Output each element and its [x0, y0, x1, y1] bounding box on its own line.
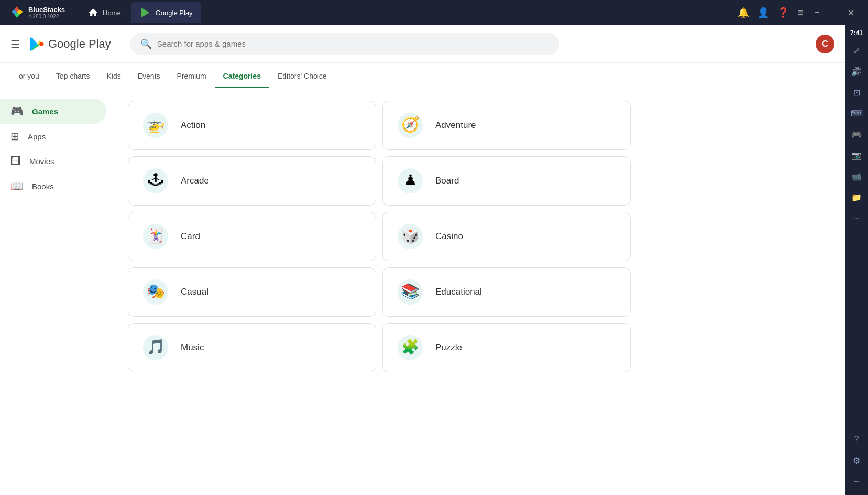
help-icon[interactable]: ❓: [777, 7, 789, 18]
minimize-button[interactable]: −: [811, 7, 822, 19]
categories-grid: 🚁 Action 🧭 Adventure 🕹 Arcade: [128, 101, 631, 372]
svg-text:🧩: 🧩: [401, 338, 420, 356]
adventure-icon: 🧭: [395, 111, 425, 140]
casino-icon: 🎲: [395, 222, 425, 251]
close-button[interactable]: ✕: [844, 7, 858, 19]
sidebar-item-books-label: Books: [32, 182, 54, 191]
search-input[interactable]: [157, 39, 549, 48]
apps-icon: ⊞: [10, 130, 19, 143]
puzzle-icon: 🧩: [395, 333, 425, 362]
google-play-logo: Google Play: [28, 36, 111, 52]
puzzle-label: Puzzle: [435, 342, 462, 353]
left-sidebar: 🎮 Games ⊞ Apps 🎞 Movies 📖 Books: [0, 90, 115, 495]
category-action[interactable]: 🚁 Action: [128, 101, 376, 150]
google-play-tab-icon: [140, 7, 151, 18]
category-card[interactable]: 🃏 Card: [128, 212, 376, 261]
settings-menu-icon[interactable]: ≡: [797, 7, 803, 18]
category-board[interactable]: ♟ Board: [382, 156, 631, 206]
category-educational[interactable]: 📚 Educational: [382, 267, 631, 317]
tab-premium[interactable]: Premium: [169, 66, 215, 88]
tab-for-you[interactable]: or you: [10, 66, 48, 88]
tab-google-play[interactable]: Google Play: [131, 2, 201, 23]
adventure-label: Adventure: [435, 120, 476, 131]
help-button[interactable]: ?: [847, 430, 866, 449]
account-icon[interactable]: 👤: [757, 7, 769, 18]
google-play-logo-text: Google Play: [48, 37, 111, 51]
sidebar-item-apps-label: Apps: [28, 132, 46, 141]
svg-text:🚁: 🚁: [147, 116, 165, 133]
games-icon: 🎮: [10, 105, 24, 117]
arcade-label: Arcade: [181, 176, 209, 186]
svg-text:♟: ♟: [404, 172, 417, 188]
casino-label: Casino: [435, 231, 463, 242]
tab-top-charts[interactable]: Top charts: [48, 66, 98, 88]
right-sidebar: 7:41 ⤢ 🔊 ⊡ ⌨ 🎮 📷 📹 📁 ··· ? ⚙ ←: [845, 25, 868, 495]
tab-kids[interactable]: Kids: [98, 66, 129, 88]
tab-events[interactable]: Events: [129, 66, 169, 88]
educational-label: Educational: [435, 287, 482, 297]
video-button[interactable]: 📹: [847, 167, 866, 186]
google-play-header: ☰ Google Play 🔍 C: [0, 25, 845, 63]
educational-icon: 📚: [395, 277, 425, 307]
tab-google-play-label: Google Play: [156, 9, 193, 17]
movies-icon: 🎞: [10, 155, 21, 167]
content-area: 🎮 Games ⊞ Apps 🎞 Movies 📖 Books 🚁: [0, 90, 845, 495]
categories-content: 🚁 Action 🧭 Adventure 🕹 Arcade: [115, 90, 845, 495]
music-label: Music: [181, 342, 204, 353]
category-arcade[interactable]: 🕹 Arcade: [128, 156, 376, 206]
svg-text:🎲: 🎲: [401, 227, 420, 244]
casual-label: Casual: [181, 287, 208, 297]
svg-text:📚: 📚: [401, 283, 420, 300]
google-play-logo-icon: [28, 36, 45, 52]
casual-icon: 🎭: [141, 277, 170, 307]
tab-categories[interactable]: Categories: [215, 66, 269, 88]
category-casual[interactable]: 🎭 Casual: [128, 267, 376, 317]
gamepad-button[interactable]: 🎮: [847, 125, 866, 144]
screenshot-button[interactable]: 📷: [847, 146, 866, 165]
category-casino[interactable]: 🎲 Casino: [382, 212, 631, 261]
notification-icon[interactable]: 🔔: [738, 7, 749, 18]
more-button[interactable]: ···: [847, 209, 866, 228]
window-buttons: − □ ✕: [811, 7, 858, 19]
sidebar-item-games[interactable]: 🎮 Games: [0, 99, 106, 124]
svg-text:🕹: 🕹: [148, 172, 163, 188]
system-time: 7:41: [850, 29, 863, 37]
sidebar-item-games-label: Games: [32, 107, 58, 116]
tab-editors-choice[interactable]: Editors' Choice: [269, 66, 335, 88]
search-icon: 🔍: [140, 38, 152, 50]
volume-button[interactable]: 🔊: [847, 62, 866, 81]
home-tab-icon: [88, 7, 98, 18]
card-icon: 🃏: [141, 222, 170, 251]
expand-button[interactable]: ⤢: [847, 41, 866, 60]
action-icon: 🚁: [141, 111, 170, 140]
keyboard-button[interactable]: ⌨: [847, 104, 866, 123]
title-bar-actions: 🔔 👤 ❓ ≡ − □ ✕: [738, 7, 864, 19]
arcade-icon: 🕹: [141, 166, 170, 196]
tab-home-label: Home: [103, 9, 121, 17]
svg-text:🧭: 🧭: [401, 116, 420, 133]
category-adventure[interactable]: 🧭 Adventure: [382, 101, 631, 150]
sidebar-item-movies[interactable]: 🎞 Movies: [0, 149, 106, 174]
tab-home[interactable]: Home: [80, 2, 129, 23]
user-avatar[interactable]: C: [816, 35, 834, 53]
sidebar-item-movies-label: Movies: [29, 157, 54, 166]
maximize-button[interactable]: □: [828, 7, 839, 19]
books-icon: 📖: [10, 180, 24, 192]
app-version: 4.280.0.1022: [28, 14, 65, 19]
main-container: ☰ Google Play 🔍 C: [0, 25, 845, 495]
folder-button[interactable]: 📁: [847, 188, 866, 207]
search-bar[interactable]: 🔍: [130, 33, 559, 55]
settings-button[interactable]: ⚙: [847, 451, 866, 470]
nav-tabs-row: or you Top charts Kids Events Premium Ca…: [0, 63, 845, 90]
sidebar-item-books[interactable]: 📖 Books: [0, 174, 106, 199]
back-button[interactable]: ←: [847, 472, 866, 491]
selection-button[interactable]: ⊡: [847, 83, 866, 102]
action-label: Action: [181, 120, 205, 131]
svg-text:🎭: 🎭: [147, 283, 165, 300]
sidebar-item-apps[interactable]: ⊞ Apps: [0, 124, 106, 149]
svg-text:🎵: 🎵: [147, 338, 165, 356]
category-music[interactable]: 🎵 Music: [128, 323, 376, 372]
hamburger-menu-icon[interactable]: ☰: [10, 38, 20, 50]
category-puzzle[interactable]: 🧩 Puzzle: [382, 323, 631, 372]
card-label: Card: [181, 231, 200, 242]
